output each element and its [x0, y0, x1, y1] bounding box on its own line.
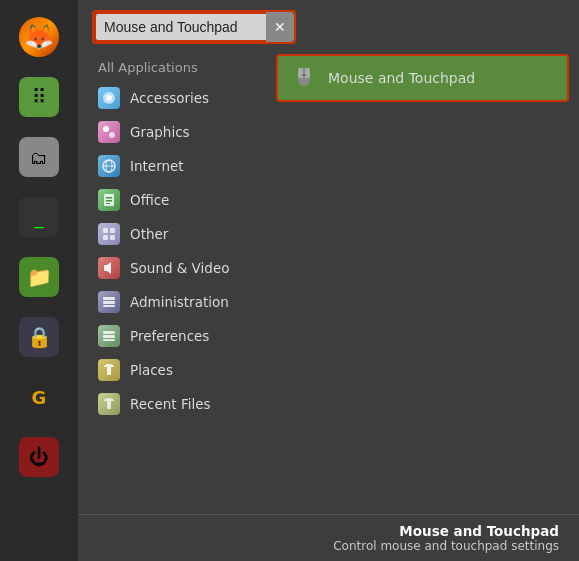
category-label-admin: Administration	[130, 294, 229, 310]
sidebar-item-terminal[interactable]: _	[12, 190, 66, 244]
sidebar: 🦊 ⠿ 🗂 _ 📁 🔒 G ⏻	[0, 0, 78, 561]
sidebar-item-firefox[interactable]: 🦊	[12, 10, 66, 64]
search-results: Mouse and Touchpad	[276, 54, 569, 504]
category-label-internet: Internet	[130, 158, 184, 174]
svg-rect-21	[103, 339, 115, 341]
category-item-places[interactable]: Places	[88, 353, 268, 387]
svg-rect-11	[103, 228, 108, 233]
svg-marker-15	[104, 262, 111, 274]
sound-icon	[98, 257, 120, 279]
category-item-graphics[interactable]: Graphics	[88, 115, 268, 149]
category-item-office[interactable]: Office	[88, 183, 268, 217]
svg-rect-19	[103, 331, 115, 334]
svg-point-3	[109, 132, 115, 138]
sidebar-item-files[interactable]: 📁	[12, 250, 66, 304]
admin-icon	[98, 291, 120, 313]
sidebar-item-grammarly[interactable]: G	[12, 370, 66, 424]
category-label-prefs: Preferences	[130, 328, 209, 344]
svg-rect-13	[103, 235, 108, 240]
category-item-admin[interactable]: Administration	[88, 285, 268, 319]
search-wrapper: ✕	[92, 10, 296, 44]
sidebar-item-power[interactable]: ⏻	[12, 430, 66, 484]
category-label-recent: Recent Files	[130, 396, 211, 412]
sidebar-item-lock[interactable]: 🔒	[12, 310, 66, 364]
svg-rect-12	[110, 228, 115, 233]
category-item-recent[interactable]: Recent Files	[88, 387, 268, 421]
category-item-prefs[interactable]: Preferences	[88, 319, 268, 353]
content-area: All Applications Accessories Graphics In…	[78, 54, 579, 514]
search-clear-button[interactable]: ✕	[266, 12, 294, 42]
prefs-icon	[98, 325, 120, 347]
recent-icon	[98, 393, 120, 415]
office-icon	[98, 189, 120, 211]
graphics-icon	[98, 121, 120, 143]
status-description: Control mouse and touchpad settings	[98, 539, 559, 553]
category-label-other: Other	[130, 226, 168, 242]
category-item-sound[interactable]: Sound & Video	[88, 251, 268, 285]
mouse-touchpad-icon	[290, 64, 318, 92]
internet-icon	[98, 155, 120, 177]
category-label-sound: Sound & Video	[130, 260, 229, 276]
svg-point-1	[106, 95, 112, 101]
status-bar: Mouse and Touchpad Control mouse and tou…	[78, 514, 579, 561]
result-label-mouse-touchpad: Mouse and Touchpad	[328, 70, 475, 86]
category-item-accessories[interactable]: Accessories	[88, 81, 268, 115]
svg-rect-10	[106, 203, 110, 204]
other-icon	[98, 223, 120, 245]
svg-rect-17	[103, 301, 115, 304]
svg-rect-8	[106, 197, 112, 199]
svg-rect-25	[302, 74, 306, 76]
svg-point-2	[103, 126, 109, 132]
accessories-icon	[98, 87, 120, 109]
category-label-accessories: Accessories	[130, 90, 209, 106]
svg-rect-18	[103, 305, 115, 307]
sidebar-item-appgrid[interactable]: ⠿	[12, 70, 66, 124]
category-label-office: Office	[130, 192, 169, 208]
svg-rect-14	[110, 235, 115, 240]
result-item-mouse-touchpad[interactable]: Mouse and Touchpad	[276, 54, 569, 102]
svg-rect-9	[106, 200, 112, 202]
category-item-other[interactable]: Other	[88, 217, 268, 251]
status-title: Mouse and Touchpad	[98, 523, 559, 539]
main-panel: ✕ All Applications Accessories Graphics	[78, 0, 579, 561]
category-list: All Applications Accessories Graphics In…	[88, 54, 268, 504]
category-header: All Applications	[88, 54, 268, 81]
places-icon	[98, 359, 120, 381]
search-input[interactable]	[94, 12, 294, 42]
category-label-places: Places	[130, 362, 173, 378]
svg-rect-16	[103, 297, 115, 300]
search-bar: ✕	[78, 0, 579, 54]
category-label-graphics: Graphics	[130, 124, 190, 140]
svg-rect-20	[103, 335, 115, 338]
sidebar-item-uitool[interactable]: 🗂	[12, 130, 66, 184]
category-item-internet[interactable]: Internet	[88, 149, 268, 183]
